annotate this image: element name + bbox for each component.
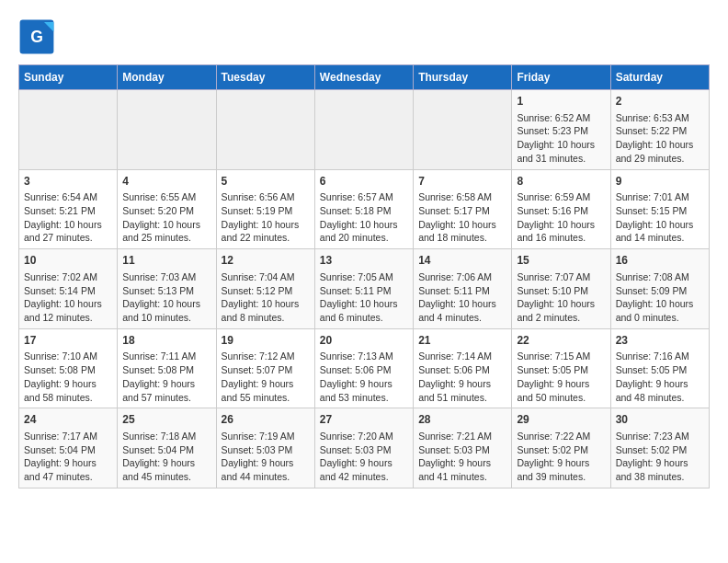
day-info: Sunrise: 7:20 AM xyxy=(320,430,408,443)
day-number: 10 xyxy=(24,253,112,269)
day-number: 11 xyxy=(122,253,210,269)
weekday-header: Sunday xyxy=(19,65,118,90)
day-info: Daylight: 9 hours and 38 minutes. xyxy=(616,456,704,483)
logo: G xyxy=(18,18,59,55)
page: G SundayMondayTuesdayWednesdayThursdayFr… xyxy=(0,0,728,498)
day-info: Daylight: 10 hours and 22 minutes. xyxy=(222,218,310,245)
day-info: Sunrise: 6:58 AM xyxy=(418,190,506,204)
calendar-cell xyxy=(216,90,314,170)
calendar-cell xyxy=(314,90,413,170)
day-info: Sunrise: 6:56 AM xyxy=(222,190,310,204)
day-number: 22 xyxy=(517,333,605,349)
day-number: 17 xyxy=(24,333,112,349)
calendar-cell: 15Sunrise: 7:07 AMSunset: 5:10 PMDayligh… xyxy=(512,249,610,329)
calendar-cell: 27Sunrise: 7:20 AMSunset: 5:03 PMDayligh… xyxy=(314,408,413,488)
day-info: Sunset: 5:09 PM xyxy=(616,284,704,298)
calendar-cell: 20Sunrise: 7:13 AMSunset: 5:06 PMDayligh… xyxy=(314,328,413,408)
day-info: Sunset: 5:03 PM xyxy=(418,443,506,457)
calendar-cell: 3Sunrise: 6:54 AMSunset: 5:21 PMDaylight… xyxy=(19,169,118,249)
day-info: Daylight: 10 hours and 25 minutes. xyxy=(122,218,210,245)
weekday-header-row: SundayMondayTuesdayWednesdayThursdayFrid… xyxy=(19,65,710,90)
week-row: 3Sunrise: 6:54 AMSunset: 5:21 PMDaylight… xyxy=(19,169,710,249)
day-info: Sunset: 5:10 PM xyxy=(517,284,605,298)
day-info: Sunrise: 6:52 AM xyxy=(517,111,605,125)
day-info: Daylight: 9 hours and 44 minutes. xyxy=(222,456,310,483)
calendar-cell: 11Sunrise: 7:03 AMSunset: 5:13 PMDayligh… xyxy=(118,249,216,329)
day-info: Sunrise: 7:06 AM xyxy=(418,270,506,284)
calendar-cell: 23Sunrise: 7:16 AMSunset: 5:05 PMDayligh… xyxy=(610,328,709,408)
day-number: 4 xyxy=(122,174,210,190)
calendar-cell: 5Sunrise: 6:56 AMSunset: 5:19 PMDaylight… xyxy=(216,169,314,249)
day-info: Sunset: 5:04 PM xyxy=(122,443,210,457)
day-info: Daylight: 10 hours and 10 minutes. xyxy=(122,297,210,324)
day-info: Daylight: 9 hours and 47 minutes. xyxy=(24,456,112,483)
day-info: Sunrise: 6:55 AM xyxy=(122,190,210,204)
day-info: Sunrise: 7:15 AM xyxy=(517,350,605,363)
calendar-cell: 13Sunrise: 7:05 AMSunset: 5:11 PMDayligh… xyxy=(314,249,413,329)
calendar-cell: 1Sunrise: 6:52 AMSunset: 5:23 PMDaylight… xyxy=(512,90,610,170)
day-info: Daylight: 10 hours and 27 minutes. xyxy=(24,218,112,245)
day-info: Sunrise: 7:19 AM xyxy=(222,430,310,443)
calendar-cell: 4Sunrise: 6:55 AMSunset: 5:20 PMDaylight… xyxy=(118,169,216,249)
day-info: Daylight: 10 hours and 2 minutes. xyxy=(517,297,605,324)
day-info: Sunset: 5:06 PM xyxy=(418,363,506,377)
weekday-header: Wednesday xyxy=(314,65,413,90)
day-info: Daylight: 9 hours and 42 minutes. xyxy=(320,456,408,483)
calendar-cell: 14Sunrise: 7:06 AMSunset: 5:11 PMDayligh… xyxy=(414,249,512,329)
day-info: Daylight: 10 hours and 14 minutes. xyxy=(616,218,704,245)
day-number: 14 xyxy=(418,253,506,269)
header: G xyxy=(18,18,710,55)
day-number: 9 xyxy=(616,174,704,190)
day-info: Daylight: 9 hours and 41 minutes. xyxy=(418,456,506,483)
day-info: Sunset: 5:21 PM xyxy=(24,204,112,218)
day-info: Sunset: 5:17 PM xyxy=(418,204,506,218)
day-info: Sunrise: 7:03 AM xyxy=(122,270,210,284)
day-number: 3 xyxy=(24,174,112,190)
day-number: 23 xyxy=(616,333,704,349)
day-number: 29 xyxy=(517,412,605,428)
day-info: Daylight: 9 hours and 55 minutes. xyxy=(222,377,310,404)
day-number: 1 xyxy=(517,94,605,109)
day-info: Sunset: 5:05 PM xyxy=(517,363,605,377)
calendar-cell: 7Sunrise: 6:58 AMSunset: 5:17 PMDaylight… xyxy=(414,169,512,249)
calendar-cell: 17Sunrise: 7:10 AMSunset: 5:08 PMDayligh… xyxy=(19,328,118,408)
day-number: 27 xyxy=(320,412,408,428)
day-info: Sunrise: 7:07 AM xyxy=(517,270,605,284)
day-info: Daylight: 10 hours and 31 minutes. xyxy=(517,138,605,165)
calendar: SundayMondayTuesdayWednesdayThursdayFrid… xyxy=(18,64,710,488)
day-number: 5 xyxy=(222,174,310,190)
calendar-cell: 8Sunrise: 6:59 AMSunset: 5:16 PMDaylight… xyxy=(512,169,610,249)
weekday-header: Saturday xyxy=(610,65,709,90)
day-info: Sunrise: 7:01 AM xyxy=(616,190,704,204)
day-info: Sunrise: 7:21 AM xyxy=(418,430,506,443)
day-info: Daylight: 9 hours and 57 minutes. xyxy=(122,377,210,404)
day-number: 25 xyxy=(122,412,210,428)
day-info: Sunset: 5:11 PM xyxy=(320,284,408,298)
day-info: Sunrise: 7:12 AM xyxy=(222,350,310,363)
day-info: Sunrise: 7:11 AM xyxy=(122,350,210,363)
calendar-cell: 26Sunrise: 7:19 AMSunset: 5:03 PMDayligh… xyxy=(216,408,314,488)
week-row: 17Sunrise: 7:10 AMSunset: 5:08 PMDayligh… xyxy=(19,328,710,408)
day-info: Sunset: 5:14 PM xyxy=(24,284,112,298)
day-info: Sunrise: 7:23 AM xyxy=(616,430,704,443)
day-number: 6 xyxy=(320,174,408,190)
day-info: Sunset: 5:02 PM xyxy=(616,443,704,457)
calendar-cell: 9Sunrise: 7:01 AMSunset: 5:15 PMDaylight… xyxy=(610,169,709,249)
logo-icon: G xyxy=(18,18,55,55)
day-info: Sunrise: 7:02 AM xyxy=(24,270,112,284)
day-info: Sunrise: 6:54 AM xyxy=(24,190,112,204)
day-info: Sunset: 5:18 PM xyxy=(320,204,408,218)
calendar-cell: 12Sunrise: 7:04 AMSunset: 5:12 PMDayligh… xyxy=(216,249,314,329)
calendar-cell: 16Sunrise: 7:08 AMSunset: 5:09 PMDayligh… xyxy=(610,249,709,329)
day-info: Sunrise: 7:04 AM xyxy=(222,270,310,284)
day-number: 15 xyxy=(517,253,605,269)
day-info: Sunset: 5:23 PM xyxy=(517,124,605,138)
day-info: Daylight: 9 hours and 45 minutes. xyxy=(122,456,210,483)
day-info: Sunrise: 6:59 AM xyxy=(517,190,605,204)
day-info: Sunrise: 7:14 AM xyxy=(418,350,506,363)
day-info: Daylight: 9 hours and 58 minutes. xyxy=(24,377,112,404)
day-number: 16 xyxy=(616,253,704,269)
calendar-cell: 10Sunrise: 7:02 AMSunset: 5:14 PMDayligh… xyxy=(19,249,118,329)
calendar-cell: 21Sunrise: 7:14 AMSunset: 5:06 PMDayligh… xyxy=(414,328,512,408)
day-info: Sunset: 5:04 PM xyxy=(24,443,112,457)
